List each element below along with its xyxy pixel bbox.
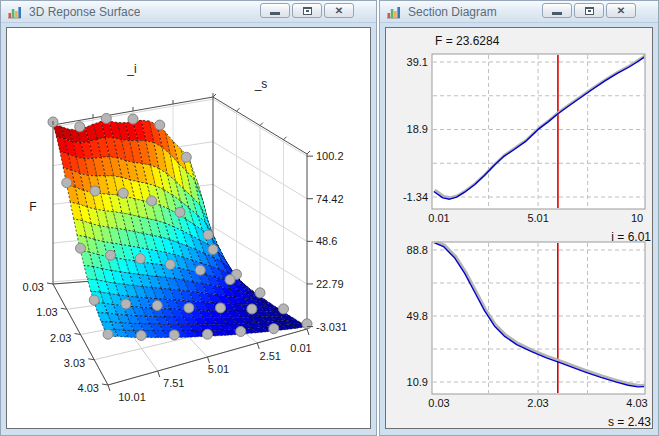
window-3d-response-surface: 3D Reponse Surface ✕ -3.03122.7948.674.4… <box>0 0 377 436</box>
mdi-workspace: 3D Reponse Surface ✕ -3.03122.7948.674.4… <box>0 0 659 436</box>
svg-text:48.6: 48.6 <box>316 235 337 247</box>
titlebar-section-diagram[interactable]: Section Diagram ✕ <box>380 1 658 23</box>
svg-text:100.2: 100.2 <box>316 150 344 162</box>
svg-text:-1.34: -1.34 <box>403 191 428 203</box>
svg-text:-3.031: -3.031 <box>316 321 347 333</box>
svg-text:0.03: 0.03 <box>23 281 44 293</box>
close-icon: ✕ <box>617 6 625 16</box>
svg-text:10.01: 10.01 <box>118 391 146 403</box>
svg-text:18.9: 18.9 <box>407 123 428 135</box>
svg-text:_s = 2.43: _s = 2.43 <box>600 415 651 428</box>
response-surface-3d-plot[interactable]: -3.03122.7948.674.42100.210.017.515.012.… <box>7 28 371 429</box>
svg-text:_i: _i <box>126 62 136 76</box>
minimize-icon <box>552 12 562 15</box>
svg-text:0.03: 0.03 <box>428 397 449 409</box>
svg-text:10.9: 10.9 <box>407 376 428 388</box>
svg-text:3.03: 3.03 <box>64 357 85 369</box>
svg-text:_s: _s <box>254 77 268 91</box>
svg-text:F = 23.6284: F = 23.6284 <box>435 34 500 48</box>
maximize-icon <box>303 7 312 15</box>
svg-text:4.03: 4.03 <box>78 382 99 394</box>
svg-text:1.03: 1.03 <box>36 306 57 318</box>
maximize-button[interactable] <box>574 3 604 18</box>
minimize-button[interactable] <box>542 3 572 18</box>
close-button[interactable]: ✕ <box>324 3 354 18</box>
svg-text:5.01: 5.01 <box>527 212 548 224</box>
titlebar-3d-response-surface[interactable]: 3D Reponse Surface ✕ <box>1 1 376 23</box>
chart-icon <box>7 5 22 19</box>
svg-text:0.01: 0.01 <box>290 342 311 354</box>
close-icon: ✕ <box>335 6 343 16</box>
svg-text:7.51: 7.51 <box>163 377 184 389</box>
surface-plot-client: -3.03122.7948.674.42100.210.017.515.012.… <box>6 27 371 429</box>
minimize-icon <box>270 12 280 15</box>
svg-text:2.03: 2.03 <box>50 332 71 344</box>
svg-text:88.8: 88.8 <box>407 244 428 256</box>
section-plots[interactable]: 39.118.9-1.340.015.0110F = 23.6284_i = 6… <box>386 28 653 428</box>
window-title: Section Diagram <box>408 5 497 19</box>
maximize-button[interactable] <box>292 3 322 18</box>
window-section-diagram: Section Diagram ✕ 39.118.9-1.340.015.011… <box>379 0 659 436</box>
svg-text:2.51: 2.51 <box>260 350 281 362</box>
svg-text:74.42: 74.42 <box>316 193 344 205</box>
svg-text:F: F <box>29 200 36 214</box>
svg-text:4.03: 4.03 <box>626 397 647 409</box>
minimize-button[interactable] <box>260 3 290 18</box>
svg-text:49.8: 49.8 <box>407 310 428 322</box>
svg-text:39.1: 39.1 <box>407 56 428 68</box>
svg-text:0.01: 0.01 <box>428 212 449 224</box>
svg-text:10: 10 <box>631 212 643 224</box>
section-diagram-client: 39.118.9-1.340.015.0110F = 23.6284_i = 6… <box>385 27 653 429</box>
chart-icon <box>386 5 401 19</box>
svg-text:5.01: 5.01 <box>208 363 229 375</box>
svg-text:22.79: 22.79 <box>316 278 344 290</box>
maximize-icon <box>585 7 594 15</box>
window-title: 3D Reponse Surface <box>29 5 140 19</box>
close-button[interactable]: ✕ <box>606 3 636 18</box>
svg-text:2.03: 2.03 <box>527 397 548 409</box>
